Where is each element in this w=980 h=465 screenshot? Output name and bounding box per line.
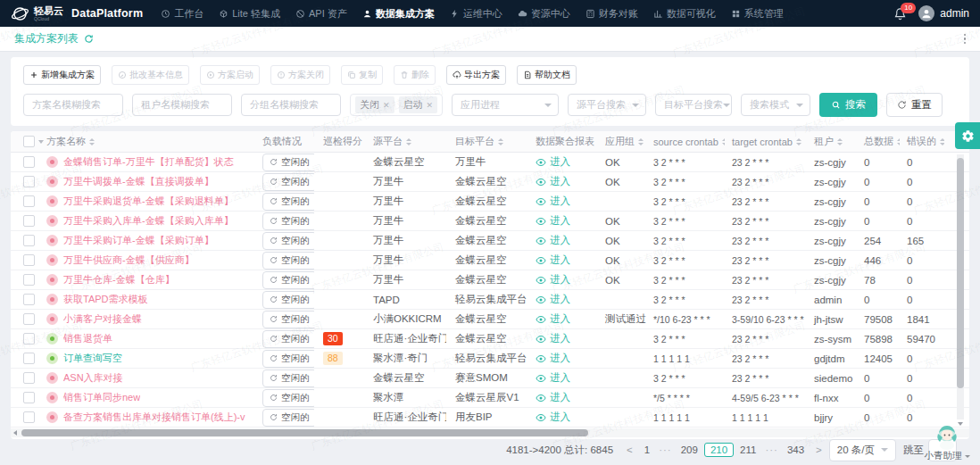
- load-status-button[interactable]: 空闲的: [262, 370, 314, 387]
- search-button[interactable]: 搜索: [819, 93, 877, 117]
- load-status-button[interactable]: 空闲的: [262, 409, 314, 427]
- user-menu[interactable]: admin: [918, 5, 969, 21]
- scheme-name-link[interactable]: 销售退货单: [63, 332, 112, 345]
- sort-icon[interactable]: [940, 138, 944, 145]
- nav-item-4[interactable]: 数据集成方案: [362, 7, 435, 21]
- remove-tag-icon[interactable]: ✕: [383, 101, 390, 110]
- load-status-button[interactable]: 空闲的: [262, 232, 314, 250]
- toolbar-button-1[interactable]: 新增集成方案: [23, 65, 101, 85]
- toolbar-button-2[interactable]: 批改基本信息: [112, 65, 189, 85]
- reset-button[interactable]: 重置: [886, 93, 943, 117]
- scheme-name-link[interactable]: 备查方案销售出库单对接销售订单(线上)-v: [63, 411, 245, 424]
- status-tag[interactable]: 启动✕: [399, 96, 438, 113]
- filter-input-2[interactable]: 租户名模糊搜索: [132, 94, 232, 116]
- vertical-scrollbar[interactable]: [957, 154, 964, 419]
- nav-item-7[interactable]: 财务对账: [586, 7, 638, 21]
- report-enter-link[interactable]: 进入: [536, 293, 570, 306]
- report-enter-link[interactable]: 进入: [536, 312, 570, 326]
- page-size-select[interactable]: 20 条/页: [829, 439, 896, 461]
- sort-icon[interactable]: [638, 138, 644, 145]
- column-header[interactable]: target crontab: [725, 137, 807, 147]
- column-header[interactable]: 租户: [807, 135, 857, 148]
- page-number[interactable]: 209: [677, 443, 702, 457]
- load-status-button[interactable]: 空闲的: [262, 389, 314, 407]
- row-checkbox[interactable]: [11, 156, 45, 168]
- scheme-name-link[interactable]: 小满客户对接金蝶: [63, 312, 142, 326]
- nav-item-2[interactable]: Lite 轻集成: [219, 7, 280, 21]
- report-enter-link[interactable]: 进入: [536, 391, 570, 404]
- scheme-name-link[interactable]: 金蝶销售订单-万里牛【打单配货】状态: [63, 155, 234, 169]
- column-header[interactable]: 应用组: [596, 135, 646, 148]
- row-checkbox[interactable]: [11, 333, 45, 345]
- scheme-name-link[interactable]: 获取TAPD需求模板: [63, 293, 148, 306]
- row-checkbox[interactable]: [11, 294, 45, 305]
- toolbar-button-6[interactable]: 删除: [394, 65, 436, 85]
- filter-select-3[interactable]: 目标平台搜索: [655, 94, 732, 116]
- page-ellipsis[interactable]: ···: [760, 443, 783, 457]
- remove-tag-icon[interactable]: ✕: [427, 101, 434, 110]
- page-number[interactable]: 211: [735, 443, 760, 457]
- filter-select-1[interactable]: 应用进程: [452, 94, 559, 116]
- report-enter-link[interactable]: 进入: [536, 411, 570, 424]
- tab-integration-list[interactable]: 集成方案列表: [14, 31, 94, 46]
- sort-icon[interactable]: [89, 138, 95, 145]
- toolbar-button-4[interactable]: 方案关闭: [270, 65, 330, 85]
- notification-bell[interactable]: 10: [893, 7, 907, 21]
- toolbar-button-8[interactable]: 帮助文档: [517, 65, 577, 85]
- load-status-button[interactable]: 空闲的: [262, 154, 314, 171]
- nav-item-3[interactable]: API 资产: [295, 7, 347, 21]
- row-checkbox[interactable]: [11, 392, 45, 403]
- report-enter-link[interactable]: 进入: [536, 214, 570, 228]
- scheme-name-link[interactable]: ASN入库对接: [63, 371, 123, 385]
- load-status-button[interactable]: 空闲的: [262, 271, 314, 289]
- report-enter-link[interactable]: 进入: [536, 234, 570, 247]
- filter-input-3[interactable]: 分组名模糊搜索: [241, 94, 341, 116]
- sort-icon[interactable]: [498, 138, 503, 145]
- row-checkbox[interactable]: [11, 254, 45, 266]
- toolbar-button-3[interactable]: 方案启动: [200, 65, 260, 85]
- column-header[interactable]: 错误的: [900, 135, 944, 148]
- filter-input-1[interactable]: 方案名模糊搜索: [23, 94, 123, 116]
- current-page[interactable]: 210: [704, 443, 734, 457]
- table-settings-button[interactable]: [955, 122, 980, 149]
- row-checkbox[interactable]: [11, 176, 45, 187]
- scheme-name-link[interactable]: 万里牛采购订单-金蝶【采购订单】: [63, 234, 214, 247]
- report-enter-link[interactable]: 进入: [536, 273, 570, 286]
- column-header[interactable]: 目标平台: [446, 135, 527, 148]
- toolbar-button-7[interactable]: 导出方案: [446, 65, 506, 85]
- scheme-name-link[interactable]: 万里牛采购退货单-金蝶【采购退料单】: [63, 195, 234, 208]
- sort-icon[interactable]: [837, 138, 843, 145]
- load-status-button[interactable]: 空闲的: [262, 330, 314, 348]
- column-header[interactable]: source crontab: [646, 137, 725, 147]
- filter-select-4[interactable]: 搜索模式: [741, 94, 810, 116]
- scheme-name-link[interactable]: 销售订单同步new: [63, 391, 140, 404]
- scheme-name-link[interactable]: 万里牛采购入库单-金蝶【采购入库单】: [63, 214, 234, 228]
- status-tags-select[interactable]: 关闭✕启动✕: [350, 94, 443, 116]
- row-checkbox[interactable]: [11, 372, 45, 384]
- refresh-icon[interactable]: [84, 34, 94, 44]
- load-status-button[interactable]: 空闲的: [262, 173, 314, 191]
- report-enter-link[interactable]: 进入: [536, 332, 570, 345]
- load-status-button[interactable]: 空闲的: [262, 252, 314, 270]
- column-header[interactable]: 方案名称: [45, 135, 259, 148]
- scheme-name-link[interactable]: 万里牛仓库-金蝶【仓库】: [63, 273, 175, 286]
- chevron-down-icon[interactable]: [38, 140, 44, 144]
- nav-item-6[interactable]: 资源中心: [518, 7, 570, 21]
- tab-more-menu[interactable]: [964, 34, 967, 45]
- sort-icon[interactable]: [796, 138, 801, 145]
- row-checkbox[interactable]: [11, 215, 45, 227]
- report-enter-link[interactable]: 进入: [536, 175, 570, 188]
- toolbar-button-5[interactable]: 复制: [341, 65, 383, 85]
- report-enter-link[interactable]: 进入: [536, 352, 570, 365]
- column-header[interactable]: 源平台: [364, 135, 446, 148]
- filter-select-2[interactable]: 源平台搜索: [568, 94, 646, 116]
- row-checkbox[interactable]: [11, 411, 45, 423]
- column-header[interactable]: 巡检得分: [314, 135, 364, 148]
- status-tag[interactable]: 关闭✕: [355, 96, 394, 113]
- page-number[interactable]: 1: [640, 443, 654, 457]
- report-enter-link[interactable]: 进入: [536, 371, 570, 385]
- vscroll-thumb[interactable]: [957, 158, 964, 388]
- row-checkbox[interactable]: [11, 235, 45, 246]
- scheme-name-link[interactable]: 万里牛供应商-金蝶【供应商】: [63, 253, 195, 267]
- nav-item-8[interactable]: 数据可视化: [653, 7, 716, 21]
